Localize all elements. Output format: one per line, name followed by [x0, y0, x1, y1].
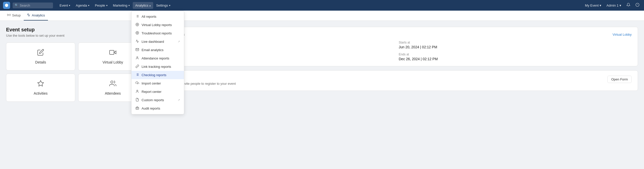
- chevron-down-icon: ▾: [88, 4, 89, 7]
- analytics-dropdown-menu: All reports Virtual Lobby reports Troubl…: [131, 11, 184, 114]
- event-details-card: Event details Virtual Lobby Name My Even…: [153, 27, 638, 66]
- virtual-lobby-icon: [109, 49, 116, 58]
- search-input[interactable]: [13, 3, 53, 8]
- svg-point-27: [137, 90, 138, 91]
- detail-name: Name My Event: [160, 41, 393, 49]
- svg-rect-28: [136, 107, 139, 109]
- import-center-icon: [136, 81, 139, 86]
- detail-starts-at: Starts at Jun 20, 2024 | 02:12 PM: [399, 41, 632, 49]
- dropdown-import-center[interactable]: Import center: [131, 79, 184, 88]
- event-setup-header: Event setup Use the tools below to set u…: [6, 27, 147, 37]
- svg-marker-7: [38, 80, 43, 86]
- svg-point-8: [111, 81, 113, 83]
- main-content: Event setup Use the tools below to set u…: [0, 21, 644, 169]
- svg-point-16: [137, 24, 138, 25]
- setup-icon: [7, 13, 11, 17]
- dropdown-all-reports[interactable]: All reports: [131, 12, 184, 21]
- dropdown-attendance-reports[interactable]: Attendance reports: [131, 54, 184, 62]
- subnav-analytics[interactable]: Analytics: [24, 11, 48, 20]
- top-nav: 🔍 Event ▾ Agenda ▾ People ▾ Marketing ▾ …: [0, 0, 644, 11]
- analytics-icon: [27, 13, 30, 17]
- card-attendees-label: Attendees: [105, 91, 121, 95]
- card-activities[interactable]: Activities: [6, 74, 75, 102]
- svg-point-17: [136, 31, 139, 34]
- attendance-reports-icon: [136, 56, 139, 60]
- search-icon: 🔍: [15, 4, 18, 7]
- nav-item-marketing[interactable]: Marketing ▾: [111, 2, 132, 9]
- dropdown-email-analytics[interactable]: Email analytics: [131, 46, 184, 54]
- subnav-setup[interactable]: Setup: [4, 11, 24, 20]
- troubleshoot-reports-icon: [136, 31, 139, 35]
- card-details-label: Details: [35, 60, 46, 64]
- external-link-icon: ↗: [178, 40, 180, 43]
- svg-marker-0: [5, 4, 8, 7]
- dropdown-virtual-lobby-reports[interactable]: Virtual Lobby reports: [131, 21, 184, 29]
- svg-point-15: [136, 23, 139, 26]
- detail-event-mode: Event Mode Virtual / Online: [160, 53, 393, 61]
- detail-ends-label: Ends at: [399, 53, 632, 56]
- sub-nav: Setup Analytics: [0, 11, 644, 21]
- chevron-down-icon: ▴: [149, 4, 151, 7]
- attendees-icon: [109, 80, 116, 89]
- dropdown-custom-reports[interactable]: Custom reports ↗: [131, 96, 184, 104]
- dropdown-troubleshoot-reports[interactable]: Troubleshoot reports: [131, 29, 184, 37]
- search-wrap: 🔍: [13, 3, 53, 8]
- dropdown-link-tracking-reports[interactable]: Link tracking reports: [131, 62, 184, 71]
- event-setup-title: Event setup: [6, 27, 147, 33]
- checklog-icon: [136, 73, 139, 77]
- detail-starts-label: Starts at: [399, 41, 632, 44]
- nav-item-people[interactable]: People ▾: [92, 2, 110, 9]
- nav-item-settings[interactable]: Settings ▾: [154, 2, 173, 9]
- audit-reports-icon: [136, 106, 139, 111]
- nav-right: My Event ▾ Admin 1 ▾: [583, 2, 641, 9]
- chevron-down-icon: ▾: [128, 4, 130, 7]
- nav-item-event[interactable]: Event ▾: [57, 2, 73, 9]
- my-event-dropdown[interactable]: My Event ▾: [583, 3, 603, 8]
- chevron-down-icon: ▾: [69, 4, 70, 7]
- nav-item-analytics[interactable]: Analytics ▴: [133, 2, 153, 9]
- custom-reports-icon: [136, 98, 139, 102]
- live-dashboard-icon: [136, 39, 139, 44]
- external-link-icon: ↗: [178, 98, 180, 102]
- svg-point-19: [137, 57, 138, 58]
- virtual-lobby-link[interactable]: Virtual Lobby: [612, 33, 632, 36]
- event-setup-subtitle: Use the tools below to set up your event: [6, 34, 147, 37]
- nav-item-agenda[interactable]: Agenda ▾: [73, 2, 92, 9]
- nav-items: Event ▾ Agenda ▾ People ▾ Marketing ▾ An…: [57, 2, 583, 9]
- detail-name-label: Name: [160, 41, 393, 44]
- event-details-header: Event details Virtual Lobby: [160, 32, 632, 37]
- card-details[interactable]: Details: [6, 43, 75, 71]
- dropdown-audit-reports[interactable]: Audit reports: [131, 104, 184, 113]
- alert-icon[interactable]: [634, 2, 641, 9]
- app-logo[interactable]: [3, 2, 10, 9]
- notification-icon[interactable]: [625, 2, 632, 9]
- setup-cards-grid: Details Virtual Lobby Activities Attende…: [6, 43, 147, 102]
- admin-dropdown[interactable]: Admin 1 ▾: [605, 3, 623, 8]
- detail-starts-value: Jun 20, 2024 | 02:12 PM: [399, 45, 437, 49]
- card-virtual-lobby-label: Virtual Lobby: [102, 60, 123, 64]
- open-form-button[interactable]: Open Form: [607, 76, 632, 83]
- dropdown-live-dashboard[interactable]: Live dashboard ↗: [131, 37, 184, 46]
- svg-rect-6: [110, 50, 114, 54]
- right-panel: Event details Virtual Lobby Name My Even…: [153, 27, 638, 163]
- left-panel: Event setup Use the tools below to set u…: [6, 27, 147, 163]
- dropdown-report-center[interactable]: Report center: [131, 88, 184, 96]
- dropdown-checklog-reports[interactable]: Checklog reports: [131, 71, 184, 79]
- chevron-down-icon: ▾: [106, 4, 108, 7]
- all-reports-icon: [136, 14, 139, 19]
- virtual-lobby-reports-icon: [136, 23, 139, 27]
- event-details-grid: Name My Event Starts at Jun 20, 2024 | 0…: [160, 41, 632, 61]
- detail-mode-label: Event Mode: [160, 53, 393, 56]
- activities-icon: [37, 80, 44, 89]
- detail-ends-at: Ends at Dec 26, 2024 | 02:12 PM: [399, 53, 632, 61]
- chevron-down-icon: ▾: [600, 4, 601, 7]
- svg-point-18: [137, 32, 138, 34]
- registration-header: Registration Use this link to invite peo…: [160, 76, 632, 86]
- svg-point-4: [8, 14, 9, 15]
- detail-ends-value: Dec 26, 2024 | 02:12 PM: [399, 57, 438, 61]
- report-center-icon: [136, 90, 139, 94]
- chevron-down-icon: ▾: [169, 4, 170, 7]
- registration-card: Registration Use this link to invite peo…: [153, 70, 638, 91]
- details-icon: [37, 49, 44, 58]
- card-activities-label: Activities: [34, 91, 47, 95]
